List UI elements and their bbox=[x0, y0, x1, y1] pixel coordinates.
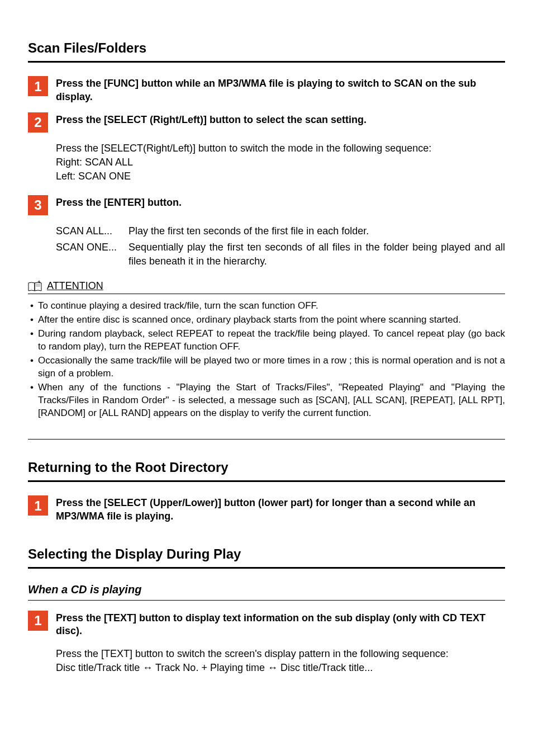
step-1: 1 Press the [SELECT (Upper/Lower)] butto… bbox=[28, 495, 505, 523]
attention-item: Occasionally the same track/file will be… bbox=[30, 355, 505, 380]
attention-item: During random playback, select REPEAT to… bbox=[30, 328, 505, 353]
attention-list: To continue playing a desired track/file… bbox=[28, 300, 505, 419]
attention-item: After the entire disc is scanned once, o… bbox=[30, 314, 505, 327]
step-1: 1 Press the [FUNC] button while an MP3/W… bbox=[28, 76, 505, 103]
body-line: Right: SCAN ALL bbox=[56, 155, 505, 169]
body-line: Press the [TEXT] button to switch the sc… bbox=[56, 647, 505, 661]
section-title-root: Returning to the Root Directory bbox=[28, 459, 505, 482]
step-instruction: Press the [TEXT] button to display text … bbox=[56, 611, 505, 638]
step-instruction: Press the [ENTER] button. bbox=[56, 195, 505, 209]
body-sequence: Disc title/Track title ↔ Track No. + Pla… bbox=[56, 661, 505, 675]
section-title-display: Selecting the Display During Play bbox=[28, 545, 505, 569]
attention-label: ATTENTION bbox=[47, 280, 103, 292]
step-number: 1 bbox=[28, 611, 48, 631]
step-2-body: Press the [SELECT(Right/Left)] button to… bbox=[56, 141, 505, 184]
section-title-scan: Scan Files/Folders bbox=[28, 39, 505, 63]
attention-item: When any of the functions - "Playing the… bbox=[30, 381, 505, 420]
step-number: 3 bbox=[28, 195, 48, 215]
step-3-body: SCAN ALL... Play the first ten seconds o… bbox=[56, 224, 505, 269]
step-number: 1 bbox=[28, 495, 48, 516]
seq-part: Disc title/Track title bbox=[56, 662, 142, 673]
def-label: SCAN ONE... bbox=[56, 240, 129, 268]
sub-heading-cd: When a CD is playing bbox=[28, 582, 505, 601]
step-body: Press the [TEXT] button to switch the sc… bbox=[56, 647, 505, 675]
section-divider bbox=[28, 439, 505, 440]
step-instruction: Press the [SELECT (Right/Left)] button t… bbox=[56, 112, 505, 126]
attention-header: ATTENTION bbox=[28, 280, 505, 294]
step-1: 1 Press the [TEXT] button to display tex… bbox=[28, 611, 505, 638]
body-line: Press the [SELECT(Right/Left)] button to… bbox=[56, 141, 505, 155]
def-label: SCAN ALL... bbox=[56, 224, 129, 238]
step-3: 3 Press the [ENTER] button. bbox=[28, 195, 505, 215]
arrow-icon: ↔ bbox=[142, 662, 153, 673]
attention-item: To continue playing a desired track/file… bbox=[30, 300, 505, 313]
step-number: 1 bbox=[28, 76, 48, 96]
step-instruction: Press the [FUNC] button while an MP3/WMA… bbox=[56, 76, 505, 103]
step-number: 2 bbox=[28, 112, 48, 133]
step-2: 2 Press the [SELECT (Right/Left)] button… bbox=[28, 112, 505, 133]
book-icon bbox=[28, 280, 42, 292]
arrow-icon: ↔ bbox=[268, 662, 278, 673]
seq-part: Disc title/Track title... bbox=[278, 662, 373, 673]
def-text: Sequentially play the first ten seconds … bbox=[129, 240, 505, 268]
def-text: Play the first ten seconds of the first … bbox=[129, 224, 505, 238]
body-line: Left: SCAN ONE bbox=[56, 169, 505, 183]
seq-part: Track No. + Playing time bbox=[153, 662, 268, 673]
step-instruction: Press the [SELECT (Upper/Lower)] button … bbox=[56, 495, 505, 523]
